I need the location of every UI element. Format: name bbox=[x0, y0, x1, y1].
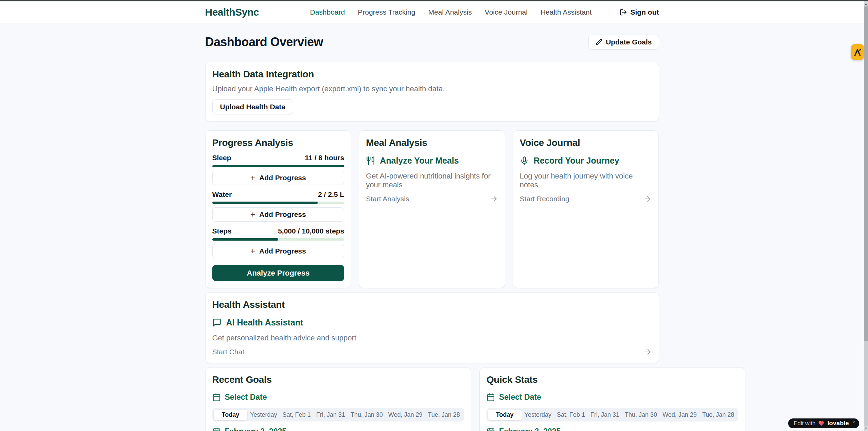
arrow-right-icon bbox=[643, 195, 652, 203]
browser-top-strip bbox=[0, 0, 868, 1]
metric-value: 2 / 2.5 L bbox=[318, 190, 344, 199]
add-progress-button[interactable]: +Add Progress bbox=[212, 171, 344, 185]
select-date-button[interactable]: Select Date bbox=[486, 393, 738, 402]
start-recording-label: Start Recording bbox=[520, 195, 569, 203]
pencil-icon bbox=[596, 39, 602, 45]
metric-sleep: Sleep 11 / 8 hours +Add Progress bbox=[212, 154, 344, 185]
tab-today[interactable]: Today bbox=[214, 410, 248, 420]
signout-icon bbox=[620, 8, 627, 16]
page-title: Dashboard Overview bbox=[205, 35, 323, 49]
signout-label: Sign out bbox=[631, 8, 659, 16]
select-date-button[interactable]: Select Date bbox=[212, 393, 464, 402]
healthsync-app: HealthSync Dashboard Progress Tracking M… bbox=[0, 0, 868, 431]
lovable-mark-icon bbox=[853, 48, 862, 57]
tab-yesterday[interactable]: Yesterday bbox=[247, 410, 280, 420]
quick-stats-card: Quick Stats Select Date Today Yesterday … bbox=[479, 367, 745, 431]
lovable-side-tab-button[interactable] bbox=[851, 44, 864, 60]
assistant-link-label: AI Health Assistant bbox=[226, 318, 303, 327]
plus-icon: + bbox=[250, 247, 255, 255]
start-chat-label: Start Chat bbox=[212, 348, 245, 356]
recent-goals-title: Recent Goals bbox=[212, 374, 464, 385]
record-your-journey-link[interactable]: Record Your Journey bbox=[520, 156, 652, 166]
voice-link-label: Record Your Journey bbox=[534, 156, 619, 166]
nav-item-progress-tracking[interactable]: Progress Tracking bbox=[358, 8, 415, 16]
tab-wed-jan-29[interactable]: Wed, Jan 29 bbox=[660, 410, 699, 420]
select-date-label: Select Date bbox=[225, 393, 267, 402]
tab-fri-jan-31[interactable]: Fri, Jan 31 bbox=[314, 410, 348, 420]
tab-sat-feb-1[interactable]: Sat, Feb 1 bbox=[280, 410, 314, 420]
start-analysis-button[interactable]: Start Analysis bbox=[366, 195, 498, 203]
app-header: HealthSync Dashboard Progress Tracking M… bbox=[0, 1, 864, 23]
calendar-icon bbox=[212, 427, 221, 431]
nav-item-meal-analysis[interactable]: Meal Analysis bbox=[428, 8, 472, 16]
health-assistant-card: Health Assistant AI Health Assistant Get… bbox=[205, 292, 659, 363]
calendar-icon bbox=[486, 427, 495, 431]
tab-wed-jan-29[interactable]: Wed, Jan 29 bbox=[386, 410, 425, 420]
progress-title: Progress Analysis bbox=[212, 137, 344, 148]
metric-label: Steps bbox=[212, 227, 232, 235]
plus-icon: + bbox=[250, 210, 255, 219]
start-chat-button[interactable]: Start Chat bbox=[212, 348, 652, 356]
healthsync-logo[interactable]: HealthSync bbox=[205, 6, 259, 18]
selected-date[interactable]: February 3, 2025 bbox=[486, 427, 738, 431]
scrollbar[interactable]: ▲ ▼ bbox=[864, 1, 868, 431]
add-progress-label: Add Progress bbox=[259, 247, 306, 255]
add-progress-button[interactable]: +Add Progress bbox=[212, 244, 344, 258]
select-date-label: Select Date bbox=[499, 393, 541, 402]
scroll-down-button[interactable]: ▼ bbox=[864, 426, 868, 431]
nav-item-health-assistant[interactable]: Health Assistant bbox=[541, 8, 592, 16]
start-analysis-label: Start Analysis bbox=[366, 195, 409, 203]
badge-brand: lovable bbox=[827, 420, 849, 427]
voice-description: Log your health journey with voice notes bbox=[520, 172, 652, 189]
nav-item-dashboard[interactable]: Dashboard bbox=[310, 8, 345, 16]
progress-bar-fill bbox=[212, 165, 344, 167]
chat-bubble-icon bbox=[212, 318, 222, 327]
tab-thu-jan-30[interactable]: Thu, Jan 30 bbox=[622, 410, 660, 420]
tab-tue-jan-28[interactable]: Tue, Jan 28 bbox=[699, 410, 737, 420]
scroll-up-button[interactable]: ▲ bbox=[864, 1, 868, 6]
heart-icon bbox=[818, 420, 825, 427]
integration-description: Upload your Apple Health export (export.… bbox=[212, 85, 652, 93]
scroll-thumb[interactable] bbox=[864, 6, 868, 341]
tab-today[interactable]: Today bbox=[488, 410, 522, 420]
arrow-right-icon bbox=[644, 348, 652, 356]
voice-title: Voice Journal bbox=[520, 137, 652, 148]
analyze-progress-button[interactable]: Analyze Progress bbox=[212, 265, 344, 281]
metric-label: Water bbox=[212, 190, 232, 199]
badge-prefix: Edit with bbox=[794, 420, 815, 427]
tab-fri-jan-31[interactable]: Fri, Jan 31 bbox=[588, 410, 622, 420]
metric-label: Sleep bbox=[212, 154, 231, 162]
ai-health-assistant-link[interactable]: AI Health Assistant bbox=[212, 318, 652, 327]
arrow-right-icon bbox=[490, 195, 498, 203]
selected-date-label: February 3, 2025 bbox=[499, 427, 561, 431]
main-nav: Dashboard Progress Tracking Meal Analysi… bbox=[310, 8, 659, 16]
update-goals-button[interactable]: Update Goals bbox=[588, 35, 659, 50]
badge-close-button[interactable]: × bbox=[852, 418, 855, 425]
start-recording-button[interactable]: Start Recording bbox=[520, 195, 652, 203]
date-tabs: Today Yesterday Sat, Feb 1 Fri, Jan 31 T… bbox=[486, 408, 738, 421]
progress-bar-fill bbox=[212, 238, 278, 241]
metric-value: 11 / 8 hours bbox=[305, 154, 344, 162]
meal-analysis-card: Meal Analysis Analyze Your Meals Get AI-… bbox=[359, 130, 505, 288]
nav-item-voice-journal[interactable]: Voice Journal bbox=[485, 8, 528, 16]
recent-goals-card: Recent Goals Select Date Today Yesterday… bbox=[205, 367, 471, 431]
selected-date-label: February 3, 2025 bbox=[225, 427, 287, 431]
integration-title: Health Data Integration bbox=[212, 69, 652, 80]
add-progress-button[interactable]: +Add Progress bbox=[212, 207, 344, 222]
calendar-icon bbox=[212, 393, 221, 401]
analyze-your-meals-link[interactable]: Analyze Your Meals bbox=[366, 156, 498, 166]
selected-date[interactable]: February 3, 2025 bbox=[212, 427, 464, 431]
progress-analysis-card: Progress Analysis Sleep 11 / 8 hours +Ad… bbox=[205, 130, 352, 288]
tab-tue-jan-28[interactable]: Tue, Jan 28 bbox=[425, 410, 462, 420]
tab-thu-jan-30[interactable]: Thu, Jan 30 bbox=[348, 410, 386, 420]
upload-health-data-button[interactable]: Upload Health Data bbox=[212, 99, 294, 114]
metric-value: 5,000 / 10,000 steps bbox=[278, 227, 344, 235]
tab-sat-feb-1[interactable]: Sat, Feb 1 bbox=[554, 410, 588, 420]
plus-icon: + bbox=[250, 174, 255, 182]
assistant-description: Get personalized health advice and suppo… bbox=[212, 334, 652, 342]
signout-button[interactable]: Sign out bbox=[620, 8, 659, 16]
metric-steps: Steps 5,000 / 10,000 steps +Add Progress bbox=[212, 227, 344, 258]
utensils-icon bbox=[366, 156, 375, 165]
tab-yesterday[interactable]: Yesterday bbox=[522, 410, 554, 420]
lovable-edit-badge[interactable]: Edit with lovable × bbox=[788, 418, 859, 428]
